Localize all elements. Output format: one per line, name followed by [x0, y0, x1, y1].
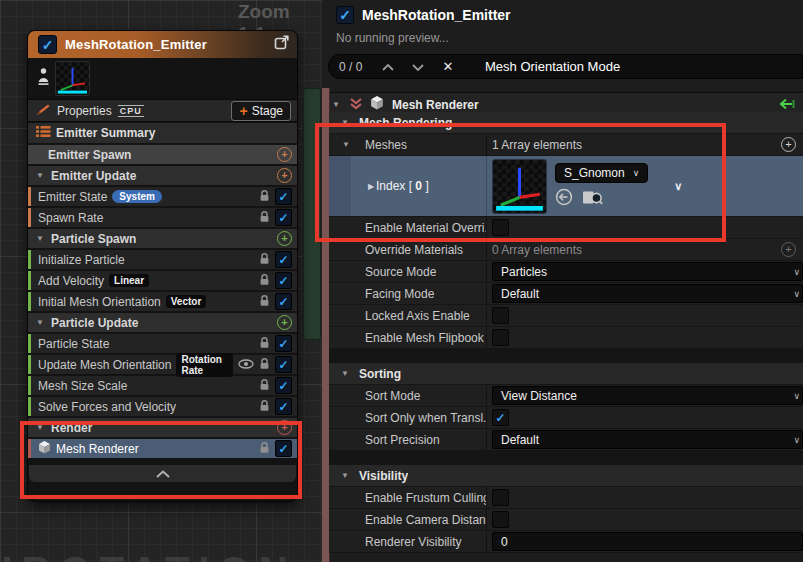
lock-icon[interactable]	[259, 336, 270, 352]
lock-icon[interactable]	[259, 189, 270, 205]
chevron-down-icon[interactable]: ▼	[341, 471, 351, 480]
module-enabled-checkbox[interactable]: ✓	[275, 335, 292, 352]
property-row-enable-material-overri[interactable]: Enable Material Overri...	[329, 217, 803, 238]
add-array-element-icon[interactable]: +	[781, 242, 796, 257]
chevron-down-icon[interactable]: ▼	[342, 140, 350, 149]
mesh-array-entry-row[interactable]: ▶Index [ 0 ]S_Gnomon∨∨	[329, 156, 803, 216]
lock-icon[interactable]	[259, 252, 270, 268]
property-row-enable-frustum-culling[interactable]: Enable Frustum Culling	[329, 487, 803, 508]
module-enabled-checkbox[interactable]: ✓	[275, 209, 292, 226]
search-query-text[interactable]: Mesh Orientation Mode	[485, 59, 620, 74]
module-enabled-checkbox[interactable]: ✓	[275, 272, 292, 289]
add-stage-button[interactable]: + Stage	[231, 101, 291, 121]
stack-row-emitter-spawn[interactable]: Emitter Spawn+	[28, 145, 297, 164]
property-row-enable-mesh-flipbook[interactable]: Enable Mesh Flipbook	[329, 327, 803, 348]
module-row-initial-mesh-orientation[interactable]: Initial Mesh OrientationVector✓	[28, 292, 297, 311]
search-close-icon[interactable]: ✕	[433, 59, 463, 74]
stack-row-render[interactable]: ▼Render+	[28, 418, 297, 437]
dropdown-facing-mode[interactable]: Default∨	[492, 284, 803, 303]
property-row-override-materials[interactable]: Override Materials0 Array elements+	[329, 239, 803, 260]
property-row-renderer-visibility[interactable]: Renderer Visibility0	[329, 531, 803, 552]
module-enabled-checkbox[interactable]: ✓	[275, 377, 292, 394]
add-module-icon[interactable]: +	[277, 147, 292, 162]
chevron-right-icon[interactable]: ▶	[368, 182, 374, 191]
chevron-down-icon[interactable]: ▼	[341, 118, 351, 127]
module-row-mesh-size-scale[interactable]: Mesh Size Scale✓	[28, 376, 297, 395]
property-checkbox[interactable]	[492, 219, 509, 236]
mesh-thumbnail[interactable]	[55, 61, 90, 96]
module-row-solve-forces-and-velocity[interactable]: Solve Forces and Velocity✓	[28, 397, 297, 416]
module-row-mesh-renderer[interactable]: Mesh Renderer✓	[28, 439, 297, 458]
property-checkbox[interactable]	[492, 489, 509, 506]
search-bar[interactable]: 0 / 0 ✕ Mesh Orientation Mode	[328, 54, 803, 79]
module-row-update-mesh-orientation[interactable]: Update Mesh OrientationRotation Rate✓	[28, 355, 297, 374]
module-row-initialize-particle[interactable]: Initialize Particle✓	[28, 250, 297, 269]
chevron-down-icon[interactable]: ▼	[332, 100, 342, 109]
module-enabled-checkbox[interactable]: ✓	[275, 251, 292, 268]
asset-picker-dropdown[interactable]: S_Gnomon∨	[555, 163, 648, 183]
dropdown-sort-mode[interactable]: View Distance∨	[492, 386, 803, 405]
search-next-icon[interactable]	[403, 61, 433, 73]
stack-row-emitter-summary[interactable]: Emitter Summary	[28, 123, 297, 143]
property-checkbox[interactable]	[492, 329, 509, 346]
property-row-locked-axis-enable[interactable]: Locked Axis Enable	[329, 305, 803, 326]
use-selected-asset-icon[interactable]	[555, 188, 573, 209]
goto-source-icon[interactable]	[778, 96, 795, 114]
stack-row-particle-spawn[interactable]: ▼Particle Spawn+	[28, 229, 297, 248]
property-checkbox[interactable]	[492, 511, 509, 528]
dropdown-sort-precision[interactable]: Default∨	[492, 430, 803, 449]
add-module-icon[interactable]: +	[277, 315, 292, 330]
module-row-particle-state[interactable]: Particle State✓	[28, 334, 297, 353]
lock-icon[interactable]	[259, 294, 270, 310]
chevron-down-icon[interactable]: ▼	[36, 318, 46, 327]
niagara-graph-canvas[interactable]: Zoom 1:1 MESHROTATION_EMITTER ✓ MeshRota…	[0, 0, 322, 562]
stack-row-emitter-update[interactable]: ▼Emitter Update+	[28, 166, 297, 185]
lock-icon[interactable]	[259, 273, 270, 289]
property-row-enable-camera-distanc[interactable]: Enable Camera Distanc...	[329, 509, 803, 530]
properties-row[interactable]: Properties CPU + Stage	[28, 99, 297, 122]
module-enabled-checkbox[interactable]: ✓	[275, 293, 292, 310]
browse-to-asset-icon[interactable]	[582, 188, 603, 209]
dropdown-source-mode[interactable]: Particles∨	[492, 262, 803, 281]
property-row-meshes[interactable]: ▼Meshes1 Array elements+	[329, 134, 803, 155]
lock-icon[interactable]	[259, 399, 270, 415]
module-row-add-velocity[interactable]: Add VelocityLinear✓	[28, 271, 297, 290]
chevron-down-icon[interactable]: ∨	[674, 180, 682, 193]
add-module-icon[interactable]: +	[277, 168, 292, 183]
input-renderer-visibility[interactable]: 0	[492, 532, 803, 551]
module-enabled-checkbox[interactable]: ✓	[275, 398, 292, 415]
collapse-stack-button[interactable]	[29, 465, 296, 482]
category-row-mesh-rendering[interactable]: ▼Mesh Rendering	[329, 112, 803, 133]
stack-row-particle-update[interactable]: ▼Particle Update+	[28, 313, 297, 332]
emitter-node-header[interactable]: ✓ MeshRotation_Emitter	[28, 31, 297, 58]
chevron-down-icon[interactable]: ▼	[341, 369, 351, 378]
chevron-down-icon[interactable]: ▼	[36, 171, 46, 180]
mesh-asset-thumbnail[interactable]	[492, 159, 547, 214]
property-checkbox[interactable]: ✓	[492, 409, 509, 426]
search-prev-icon[interactable]	[373, 61, 403, 73]
emitter-enabled-checkbox-details[interactable]: ✓	[336, 6, 354, 24]
lock-icon[interactable]	[259, 378, 270, 394]
module-enabled-checkbox[interactable]: ✓	[275, 440, 292, 457]
add-module-icon[interactable]: +	[277, 420, 292, 435]
property-row-sort-only-when-transl[interactable]: Sort Only when Transl...✓	[329, 407, 803, 428]
emitter-enabled-checkbox[interactable]: ✓	[38, 35, 57, 54]
chevron-down-icon[interactable]: ▼	[36, 423, 46, 432]
module-enabled-checkbox[interactable]: ✓	[275, 188, 292, 205]
property-row-facing-mode[interactable]: Facing ModeDefault∨	[329, 283, 803, 304]
category-row-sorting[interactable]: ▼Sorting	[329, 363, 803, 384]
property-checkbox[interactable]	[492, 307, 509, 324]
open-emitter-icon[interactable]	[274, 35, 289, 54]
chevron-down-icon[interactable]: ▼	[36, 234, 46, 243]
property-row-sort-precision[interactable]: Sort PrecisionDefault∨	[329, 429, 803, 450]
property-row-source-mode[interactable]: Source ModeParticles∨	[329, 261, 803, 282]
add-array-element-icon[interactable]: +	[781, 137, 796, 152]
module-row-emitter-state[interactable]: Emitter StateSystem✓	[28, 187, 297, 206]
add-module-icon[interactable]: +	[277, 231, 292, 246]
module-enabled-checkbox[interactable]: ✓	[275, 356, 292, 373]
lock-icon[interactable]	[259, 441, 270, 457]
emitter-node[interactable]: ✓ MeshRotation_Emitter Properties CPU + …	[27, 30, 298, 502]
property-row-sort-mode[interactable]: Sort ModeView Distance∨	[329, 385, 803, 406]
module-row-spawn-rate[interactable]: Spawn Rate✓	[28, 208, 297, 227]
category-row-visibility[interactable]: ▼Visibility	[329, 465, 803, 486]
